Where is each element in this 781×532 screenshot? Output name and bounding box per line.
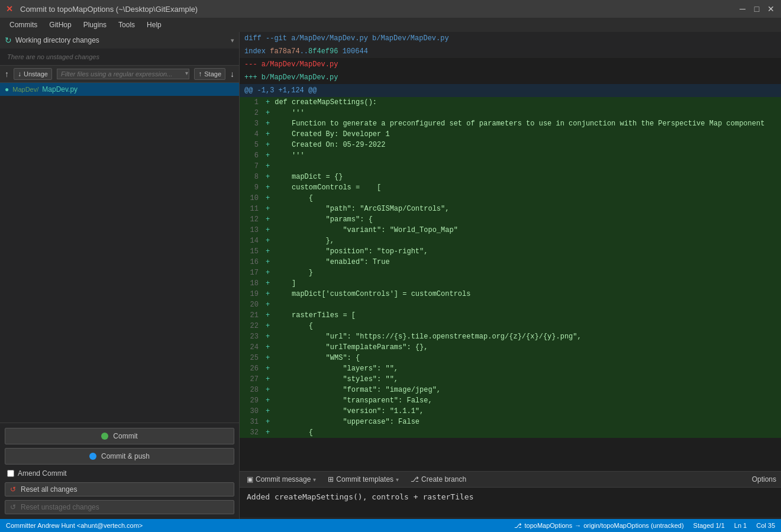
diff-line-number: 6 [240,150,263,161]
amend-row: Amend Commit [5,468,234,479]
diff-added-line: 25+ "WMS": { [240,353,781,363]
stage-button[interactable]: ↑ Stage [194,68,225,80]
commit-button[interactable]: Commit [5,428,234,444]
diff-added-line: 22+ { [240,321,781,331]
diff-line-text: "enabled": True [272,257,781,267]
col-info: Col 35 [756,522,775,529]
diff-line-text: Created On: 05-29-2022 [272,140,781,150]
unstaged-header-title: Working directory changes [15,36,227,44]
commit-push-button[interactable]: Commit & push [5,448,234,465]
commit-templates-dropdown-icon[interactable]: ▾ [396,476,399,483]
diff-added-line: 6+ ''' [240,150,781,161]
diff-line-text: "params": { [272,214,781,225]
diff-line-number: 18 [240,278,263,289]
menu-plugins[interactable]: Plugins [79,20,111,30]
diff-line-text: { [272,321,781,331]
filter-dropdown-icon[interactable]: ▾ [185,70,188,76]
amend-checkbox[interactable] [7,470,14,477]
diff-line-number: 16 [240,257,263,267]
commit-message-panel: ▣ Commit message ▾ ⊞ Commit templates ▾ … [240,471,781,519]
diff-line-number: 9 [240,182,263,193]
reset-unstaged-button[interactable]: ↺ Reset unstaged changes [5,500,234,514]
diff-line-text: ] [272,278,781,289]
menu-commits[interactable]: Commits [5,20,42,30]
commit-message-input[interactable]: Added createMapSettings(), controls + ra… [240,488,781,517]
unstage-button[interactable]: ↓ Unstage [14,68,52,80]
diff-added-line: 13+ "variant": "World_Topo_Map" [240,225,781,236]
diff-plus-sign: + [263,257,272,267]
branch-name: topoMapOptions [524,522,572,529]
filter-input[interactable] [57,69,189,79]
staged-files-list: ● MapDev/MapDev.py [0,83,239,96]
diff-added-line: 2+ ''' [240,108,781,118]
diff-line-number: 8 [240,172,263,182]
diff-line-number: 21 [240,310,263,321]
diff-line-number: 15 [240,246,263,257]
diff-plus-sign: + [263,395,272,406]
diff-line-text [272,161,781,172]
list-item[interactable]: ● MapDev/MapDev.py [0,83,239,96]
diff-line-text: "path": "ArcGISMap/Controls", [272,204,781,214]
diff-added-line: 24+ "urlTemplateParams": {}, [240,342,781,353]
branch-info[interactable]: ⎇ topoMapOptions → origin/topoMapOptions… [514,522,683,530]
diff-added-line: 9+ customControls = [ [240,182,781,193]
create-branch-tab[interactable]: ⎇ Create branch [408,474,469,485]
diff-line-number: 7 [240,161,263,172]
unstaged-dropdown-icon[interactable]: ▾ [231,37,234,44]
diff-plus-sign: + [263,182,272,193]
options-button[interactable]: Options [752,475,776,483]
diff-line-text: }, [272,236,781,246]
commit-green-dot [101,433,108,440]
commit-label: Commit [113,432,137,440]
diff-line-text: "variant": "World_Topo_Map" [272,225,781,236]
diff-line-number: 2 [240,108,263,118]
maximize-button[interactable]: □ [753,5,761,13]
diff-plus-sign: + [263,204,272,214]
up-arrow-icon: ↑ [5,69,9,79]
diff-line-number: 10 [240,193,263,204]
titlebar-close-button[interactable]: ✕ [767,5,775,13]
diff-line-text: mapDict['customControls'] = customContro… [272,289,781,299]
stage-label: Stage [204,70,221,78]
minimize-button[interactable]: ─ [738,5,747,13]
diff-line-number: 22 [240,321,263,331]
diff-line-text: "transparent": False, [272,395,781,406]
commit-message-dropdown-icon[interactable]: ▾ [313,476,316,483]
unstage-label: Unstage [24,70,48,78]
committer-info: Committer Andrew Hunt <ahunt@vertech.com… [6,522,143,529]
file-icon: ● [5,85,9,93]
diff-added-line: 16+ "enabled": True [240,257,781,267]
diff-added-line: 26+ "layers": "", [240,363,781,374]
menu-github[interactable]: GitHop [44,20,76,30]
diff-plus-sign: + [263,342,272,353]
stage-icon: ↑ [198,70,202,78]
branch-arrow: → [575,522,581,529]
commit-templates-tab[interactable]: ⊞ Commit templates ▾ [325,474,401,485]
close-icon[interactable]: ✕ [6,4,15,14]
diff-added-line: 21+ rasterTiles = [ [240,310,781,321]
diff-content[interactable]: diff --git a/MapDev/MapDev.py b/MapDev/M… [240,32,781,471]
no-unstaged-message: There are no unstaged changes [0,49,239,65]
commit-message-tab[interactable]: ▣ Commit message ▾ [244,474,318,485]
diff-file-a-line: --- a/MapDev/MapDev.py [240,58,781,71]
diff-plus-sign: + [263,246,272,257]
diff-added-line: 20+ [240,299,781,310]
diff-line-text: "position": "top-right", [272,246,781,257]
diff-plus-sign: + [263,299,272,310]
diff-plus-sign: + [263,363,272,374]
diff-added-line: 18+ ] [240,278,781,289]
unstaged-header[interactable]: ↻ Working directory changes ▾ [0,32,239,49]
reset-all-button[interactable]: ↺ Reset all changes [5,482,234,496]
diff-plus-sign: + [263,374,272,385]
commit-message-tabs: ▣ Commit message ▾ ⊞ Commit templates ▾ … [240,472,781,488]
diff-line-text: "uppercase": False [272,417,781,427]
diff-line-text: "WMS": { [272,353,781,363]
diff-added-line: 17+ } [240,267,781,278]
menu-tools[interactable]: Tools [114,20,140,30]
commit-push-label: Commit & push [101,452,150,460]
diff-added-line: 12+ "params": { [240,214,781,225]
diff-line-text: Created By: Developer 1 [272,129,781,140]
refresh-icon: ↻ [5,36,12,45]
menu-help[interactable]: Help [142,20,166,30]
diff-plus-sign: + [263,289,272,299]
